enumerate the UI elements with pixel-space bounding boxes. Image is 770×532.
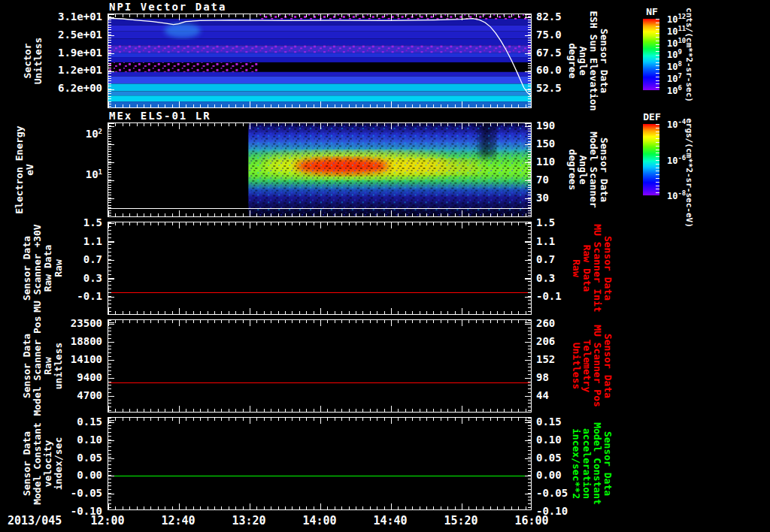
label-line: Sector [23, 38, 33, 85]
tick-label: 44 [536, 389, 549, 401]
tick-label: 152 [536, 353, 555, 365]
date-label: 2013/045 [8, 514, 62, 527]
label-line: Raw [571, 224, 581, 312]
model-scanner-pos-panel [108, 319, 532, 413]
tick-label: 0.15 [77, 416, 102, 428]
label-line: Sensor Data [602, 422, 613, 505]
mu-scanner-pos-axis-label: Sensor DataMU Scanner PosTelemetryUnitle… [571, 325, 613, 407]
tick-marks [108, 320, 531, 326]
tick-marks [108, 222, 114, 314]
tick-label: 190 [536, 119, 555, 131]
tick-label: -0.1 [77, 290, 102, 302]
tick-marks [108, 101, 531, 107]
scannerpos-yaxis-label: Sensor DataModel Scanner PosRawunitless [22, 316, 64, 416]
tick-marks [108, 418, 531, 424]
label-line: ESH Sun Elevation [588, 11, 599, 110]
time-tick-label: 15:20 [444, 514, 477, 527]
time-tick-label: 12:00 [90, 514, 124, 527]
label-line: Sensor Data [602, 224, 613, 312]
tick-marks [656, 19, 659, 90]
npi-left-axis-ticks: 3.1e+012.5e+011.9e+011.2e+016.2e+00 [0, 14, 105, 108]
tick-marks [525, 14, 531, 107]
tick-label: 1.5 [536, 216, 555, 228]
label-line: Model Constant [592, 422, 602, 505]
time-tick-label: 16:00 [514, 514, 548, 527]
tick-label: 0.05 [536, 452, 562, 464]
els-spectrogram-canvas [108, 123, 531, 216]
tick-label: 4700 [77, 389, 102, 401]
tick-label: 10-4 [667, 118, 686, 130]
label-line: degrees [567, 131, 578, 208]
label-line: acceleration [581, 422, 592, 505]
time-tick-label: 14:40 [373, 514, 407, 527]
tick-label: 0.15 [536, 416, 562, 428]
mu-scanner-init-axis-label: Sensor DataMU Scanner InitRaw DataRaw [571, 224, 613, 312]
tick-marks [525, 123, 531, 216]
tick-marks [525, 320, 531, 412]
label-line: incex/sec**2 [571, 422, 581, 505]
tick-label: 70 [536, 174, 549, 186]
npi-panel-title: NPI Vector Data [109, 1, 226, 13]
model-constant-velocity-panel [108, 417, 532, 510]
npi-spectrogram-canvas [108, 14, 531, 107]
time-tick-label: 12:40 [161, 514, 195, 527]
tick-marks [108, 222, 531, 228]
tick-marks [656, 124, 659, 195]
tick-label: -0.05 [536, 487, 568, 499]
tick-marks [108, 14, 114, 107]
tick-label: 82.5 [536, 11, 562, 23]
label-line: Model Scanner Pos [32, 316, 43, 416]
mu-scanner-30v-panel [108, 222, 532, 315]
velocity-yaxis-label: Sensor DataModel Constantvelocityindex/s… [22, 422, 64, 505]
tick-label: 10-6 [667, 154, 686, 166]
npi-spectrogram-panel [108, 14, 532, 108]
tick-label: 101 [86, 168, 102, 181]
els-spectrogram-panel [108, 122, 532, 217]
label-line: Sensor Data [599, 131, 609, 208]
tick-label: 260 [536, 317, 555, 329]
tick-label: 0.10 [536, 434, 562, 446]
tick-label: 30 [536, 192, 549, 204]
tick-marks [108, 503, 531, 509]
label-line: Angle [578, 131, 588, 208]
tick-label: 110 [536, 156, 555, 168]
tick-marks [108, 14, 531, 20]
label-line: Sensor Data [602, 325, 613, 407]
label-line: Unitless [571, 325, 581, 407]
time-tick-label: 14:00 [302, 514, 336, 527]
tick-marks [525, 222, 531, 314]
tick-label: 0.00 [536, 469, 562, 481]
model-scanner-pos-line [109, 382, 530, 383]
tick-label: -0.1 [536, 290, 562, 302]
tick-label: 0.05 [77, 452, 102, 464]
label-line: Model Scanner [588, 131, 599, 208]
label-line: Electron Energy [14, 125, 25, 213]
label-line: Raw [43, 316, 53, 416]
tick-label: 10-8 [667, 189, 686, 201]
tick-label: 18800 [71, 335, 102, 347]
label-line: MU Scanner Pos [592, 325, 602, 407]
label-line: Unitless [33, 38, 44, 85]
tick-marks [108, 210, 531, 216]
tick-marks [108, 418, 114, 509]
mu-scanner-30v-line [109, 292, 530, 293]
npi-yaxis-label: SectorUnitless [23, 38, 44, 85]
axis-baseline [108, 208, 531, 209]
plot-screen: NPI Vector Data MEx ELS-01 LR [0, 0, 770, 532]
scanner-angle-axis-label: Sensor DataModel ScannerAngledegrees [567, 131, 609, 208]
tick-label: 1.2e+01 [58, 64, 102, 76]
time-tick-label: 13:20 [232, 514, 265, 527]
tick-label: 150 [536, 138, 555, 150]
tick-label: 0.00 [77, 469, 102, 481]
tick-label: 0.10 [77, 434, 102, 446]
tick-label: 14100 [71, 353, 102, 365]
tick-label: 67.5 [536, 47, 562, 59]
tick-label: 1.1 [536, 235, 555, 247]
label-line: Sensor Data [599, 11, 609, 110]
def-colorbar-units: ergs/(cm**2-sr-sec-eV) [684, 118, 694, 228]
tick-label: 1.9e+01 [58, 47, 102, 59]
tick-marks [108, 123, 114, 216]
tick-label: 1.5 [83, 216, 102, 228]
tick-marks [108, 320, 114, 412]
tick-label: 102 [86, 128, 102, 141]
